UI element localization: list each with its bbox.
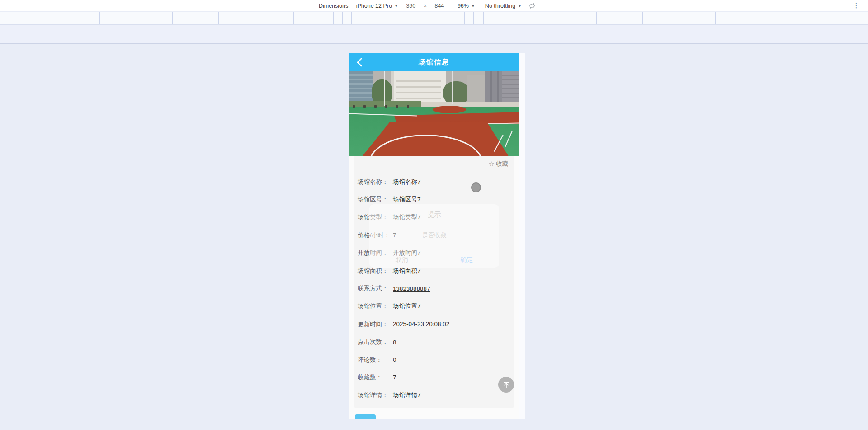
app-header: 场馆信息 [349, 53, 519, 71]
dialog-buttons: 取消 确定 [369, 252, 499, 268]
zoom-selector[interactable]: 96% ▼ [458, 3, 475, 9]
media-query-divider [99, 12, 100, 24]
kebab-menu-icon[interactable]: ⋮ [852, 1, 861, 10]
media-query-divider [596, 12, 597, 24]
media-query-divider [218, 12, 219, 24]
field-label: 场馆面积： [358, 267, 393, 275]
photo-bollard [363, 105, 366, 108]
photo-building-windows [396, 76, 441, 103]
throttling-selector[interactable]: No throttling ▼ [485, 3, 522, 9]
photo-bollard [396, 105, 398, 108]
photo-glass-building [349, 71, 373, 104]
media-query-divider [642, 12, 643, 24]
field-value: 场馆面积7 [393, 267, 421, 275]
devtools-background-band [0, 25, 868, 43]
devtools-device-toolbar: Dimensions: iPhone 12 Pro ▼ 390 × 844 96… [0, 0, 868, 11]
field-row: 场馆位置： 场馆位置7 [354, 298, 514, 315]
field-label: 联系方式： [358, 285, 393, 293]
field-row: 评论数： 0 [354, 351, 514, 369]
media-query-divider [293, 12, 294, 24]
back-button[interactable] [354, 57, 364, 67]
device-name: iPhone 12 Pro [356, 3, 392, 9]
back-to-top-button[interactable] [498, 377, 514, 393]
venue-photo [349, 71, 519, 156]
viewport-width-input[interactable]: 390 [405, 3, 417, 9]
field-value: 场馆详情7 [393, 391, 421, 399]
photo-bollard [407, 105, 409, 108]
device-viewport: 场馆信息 ☆ 收藏 场 [349, 53, 519, 419]
field-row: 场馆名称： 场馆名称7 [354, 173, 514, 191]
field-label: 场馆详情： [358, 391, 393, 399]
media-query-bar [0, 12, 868, 25]
phone-link[interactable]: 13823888887 [393, 285, 430, 292]
media-query-divider [483, 12, 484, 24]
rotate-device-icon[interactable] [528, 2, 536, 10]
media-query-divider [473, 12, 474, 24]
field-label: 收藏数： [358, 374, 393, 382]
divider-line [0, 43, 868, 44]
photo-center-circle [433, 106, 466, 113]
photo-light-pole [452, 71, 453, 104]
confirm-button[interactable]: 确定 [434, 252, 499, 268]
media-query-divider [715, 12, 716, 24]
field-value: 场馆名称7 [393, 178, 421, 186]
photo-light-pole [384, 71, 385, 106]
device-selector[interactable]: iPhone 12 Pro ▼ [356, 3, 398, 9]
chevron-down-icon: ▼ [394, 4, 398, 8]
confirm-dialog: 提示 是否收藏 取消 确定 [369, 204, 499, 268]
arrow-to-top-icon [503, 381, 510, 388]
favorite-button[interactable]: ☆ 收藏 [489, 160, 508, 168]
dialog-title: 提示 [369, 210, 499, 219]
viewport-scrollbar[interactable] [519, 53, 525, 419]
dialog-message: 是否收藏 [369, 231, 499, 239]
photo-highrise [502, 71, 519, 107]
field-label: 场馆区号： [358, 196, 393, 204]
field-label: 评论数： [358, 356, 393, 364]
field-value: 7 [393, 374, 396, 381]
chevron-left-icon [357, 58, 362, 67]
field-row: 联系方式： 13823888887 [354, 280, 514, 297]
field-value: 0 [393, 356, 396, 363]
chevron-down-icon: ▼ [471, 4, 475, 8]
field-row: 点击次数： 8 [354, 333, 514, 351]
field-value: 2025-04-23 20:08:02 [393, 321, 449, 327]
star-outline-icon: ☆ [489, 160, 495, 168]
venue-info-card: ☆ 收藏 场馆名称： 场馆名称7 场馆区号： 场馆区号7 场馆类型： 场馆类型7… [354, 156, 514, 408]
dimensions-label: Dimensions: [319, 3, 350, 9]
field-value: 场馆区号7 [393, 196, 421, 204]
field-row: 场馆详情： 场馆详情7 [354, 387, 514, 404]
touch-cursor [471, 182, 481, 192]
viewport-height-input[interactable]: 844 [433, 3, 446, 9]
field-label: 场馆位置： [358, 302, 393, 310]
field-value: 场馆位置7 [393, 302, 421, 310]
photo-tree [443, 81, 469, 105]
field-label: 场馆名称： [358, 178, 393, 186]
media-query-divider [342, 12, 343, 24]
photo-bollard [353, 105, 355, 108]
cancel-button[interactable]: 取消 [369, 252, 434, 268]
photo-bollard [374, 105, 377, 108]
bottom-action-button[interactable] [355, 414, 376, 419]
field-label: 点击次数： [358, 338, 393, 346]
media-query-divider [464, 12, 465, 24]
favorite-label: 收藏 [496, 160, 508, 168]
field-row: 收藏数： 7 [354, 369, 514, 386]
field-value: 8 [393, 339, 396, 346]
field-label: 更新时间： [358, 320, 393, 328]
media-query-divider [351, 12, 352, 24]
field-row: 更新时间： 2025-04-23 20:08:02 [354, 315, 514, 333]
throttling-value: No throttling [485, 3, 515, 9]
media-query-divider [524, 12, 524, 24]
page-title: 场馆信息 [419, 58, 449, 67]
photo-bollard [385, 105, 387, 108]
media-query-divider [172, 12, 173, 24]
dimension-multiply-sign: × [424, 3, 427, 9]
zoom-value: 96% [458, 3, 469, 9]
media-query-divider [333, 12, 334, 24]
chevron-down-icon: ▼ [518, 4, 522, 8]
